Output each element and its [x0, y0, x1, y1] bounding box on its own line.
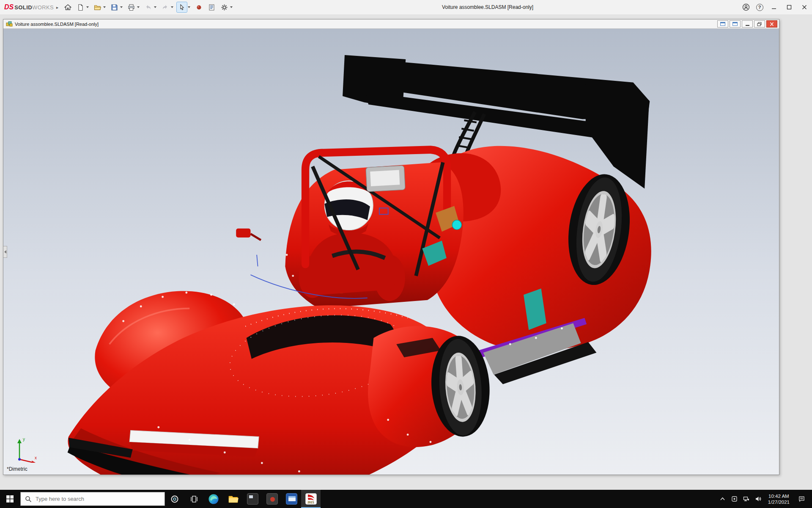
app-titlebar: DS SOLID WORKS ▸: [0, 0, 812, 14]
system-tray: 10:42 AM 1/27/2021: [717, 490, 812, 508]
minimize-button[interactable]: [766, 0, 782, 14]
window-layout-button-2[interactable]: [730, 20, 741, 28]
network-icon[interactable]: [741, 490, 752, 508]
viewport-3d[interactable]: y x *Dimetric: [3, 29, 779, 475]
rearview-mirror: [366, 166, 405, 192]
cyan-marker: [452, 220, 461, 229]
triad-y-label: y: [23, 437, 25, 442]
new-document-button[interactable]: [75, 2, 85, 12]
clock-time: 10:42 AM: [768, 493, 790, 499]
solidworks-version-badge: 2021: [306, 501, 316, 504]
start-button[interactable]: [0, 490, 19, 508]
pinned-app-2[interactable]: [262, 490, 282, 508]
triad-x-label: x: [35, 456, 37, 460]
solidworks-logo: DS SOLID WORKS: [0, 3, 54, 11]
tray-app-icon[interactable]: [729, 490, 741, 508]
windows-taskbar: 2021 10:42 AM 1/27/2021: [0, 490, 812, 508]
volume-icon[interactable]: [752, 490, 764, 508]
print-button[interactable]: [126, 2, 136, 12]
properties-button[interactable]: [206, 2, 217, 12]
select-button[interactable]: [177, 2, 187, 12]
app-title: Voiture assomblee.SLDASM [Read-only]: [236, 4, 739, 10]
open-button[interactable]: [92, 2, 102, 12]
redo-dropdown-icon[interactable]: [170, 2, 174, 12]
quick-access-toolbar: [63, 2, 236, 12]
doc-restore-button[interactable]: [754, 20, 765, 28]
redo-button[interactable]: [160, 2, 170, 12]
pinned-app-1[interactable]: [243, 490, 262, 508]
document-window: Voiture assomblee.SLDASM [Read-only]: [3, 19, 779, 475]
menu-expander-icon[interactable]: ▸: [56, 5, 58, 10]
options-gear-button[interactable]: [219, 2, 229, 12]
maximize-button[interactable]: [782, 0, 797, 14]
edge-icon[interactable]: [204, 490, 223, 508]
save-dropdown-icon[interactable]: [119, 2, 123, 12]
doc-close-button[interactable]: [766, 20, 777, 28]
assembly-icon: [6, 21, 13, 27]
taskbar-search[interactable]: [20, 492, 165, 506]
logo-works-text: WORKS: [32, 4, 54, 11]
help-icon[interactable]: ?: [753, 0, 766, 14]
account-icon[interactable]: [739, 0, 753, 14]
mouse-gesture-icon[interactable]: [194, 2, 204, 12]
view-orientation-label: *Dimetric: [7, 466, 27, 472]
cortana-button[interactable]: [165, 490, 184, 508]
undo-dropdown-icon[interactable]: [153, 2, 157, 12]
logo-solid-text: SOLID: [14, 4, 32, 11]
window-layout-button-1[interactable]: [717, 20, 728, 28]
print-dropdown-icon[interactable]: [136, 2, 140, 12]
solidworks-taskbar-icon[interactable]: 2021: [301, 490, 321, 508]
hidden-icons-chevron[interactable]: [717, 490, 729, 508]
pinned-app-3[interactable]: [282, 490, 301, 508]
close-button[interactable]: [797, 0, 812, 14]
open-dropdown-icon[interactable]: [102, 2, 107, 12]
new-document-dropdown-icon[interactable]: [85, 2, 90, 12]
ds-logo-icon: DS: [4, 3, 14, 11]
search-icon: [25, 496, 32, 502]
save-button[interactable]: [109, 2, 119, 12]
workspace-background: Voiture assomblee.SLDASM [Read-only]: [0, 14, 812, 490]
orientation-triad[interactable]: y x: [11, 435, 41, 463]
home-button[interactable]: [63, 2, 73, 12]
document-titlebar[interactable]: Voiture assomblee.SLDASM [Read-only]: [3, 19, 779, 29]
clock-date: 1/27/2021: [768, 499, 790, 505]
taskbar-clock[interactable]: 10:42 AM 1/27/2021: [764, 493, 793, 505]
model-scene[interactable]: [3, 29, 779, 475]
task-view-button[interactable]: [184, 490, 204, 508]
select-dropdown-icon[interactable]: [187, 2, 191, 12]
solidworks-app: DS SOLID WORKS ▸: [0, 0, 812, 508]
options-dropdown-icon[interactable]: [229, 2, 233, 12]
panel-collapse-handle[interactable]: [3, 246, 7, 258]
search-input[interactable]: [36, 496, 160, 502]
notifications-icon[interactable]: [793, 490, 809, 508]
titlebar-controls: ?: [739, 0, 812, 14]
document-title: Voiture assomblee.SLDASM [Read-only]: [15, 22, 716, 27]
doc-minimize-button[interactable]: [742, 20, 753, 28]
file-explorer-icon[interactable]: [223, 490, 243, 508]
undo-button[interactable]: [143, 2, 153, 12]
